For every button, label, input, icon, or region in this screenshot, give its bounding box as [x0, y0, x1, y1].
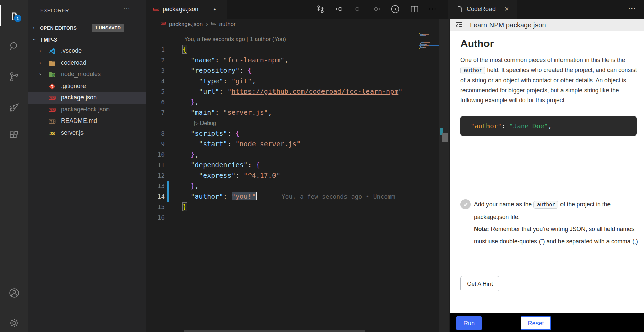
code-line[interactable]: 6 }, — [146, 97, 419, 107]
reset-button[interactable]: Reset — [521, 316, 551, 330]
code-line[interactable]: 7 "main": "server.js", — [146, 107, 419, 118]
tree-item--vscode[interactable]: ›.vscode — [28, 45, 146, 57]
minimap-line — [419, 40, 428, 40]
minimap-line — [419, 48, 420, 49]
code-token — [183, 98, 191, 106]
get-hint-button[interactable]: Get A Hint — [460, 276, 499, 291]
scrollbar-thumb[interactable] — [442, 133, 448, 142]
minimap-token — [424, 38, 424, 38]
step-description: One of the most common pieces of informa… — [460, 55, 642, 106]
tab-coderoad[interactable]: CodeRoad ✕ — [450, 0, 517, 19]
source-control-icon[interactable] — [7, 69, 22, 84]
code-line[interactable]: 13 }, — [146, 181, 419, 191]
code-line[interactable]: 11 "dependencies": { — [146, 160, 419, 170]
code-line[interactable]: 15} — [146, 202, 419, 212]
coderoad-action-bar: Run Reset — [450, 313, 644, 332]
panel-more-actions-icon[interactable]: ⋯ — [628, 4, 636, 13]
minimap-token — [420, 35, 425, 36]
code-line[interactable]: 2 "name": "fcc-learn-npm", — [146, 55, 419, 65]
code-token — [183, 150, 191, 158]
code-line-text: }, — [183, 181, 199, 191]
inline-code-chip: author — [533, 201, 558, 209]
code-token — [183, 182, 191, 190]
minimap-token — [421, 42, 424, 43]
code-token: "server.js" — [223, 108, 268, 116]
sidebar-more-actions-icon[interactable]: ⋯ — [123, 5, 130, 13]
code-line-text: "type": "git", — [183, 76, 256, 86]
code-token: , — [252, 77, 256, 85]
code-token: "Jane Doe" — [509, 122, 548, 130]
code-token: : — [223, 192, 231, 200]
code-line[interactable]: 14 "author": "you!"You, a few seconds ag… — [146, 191, 419, 202]
line-number: 1 — [146, 44, 165, 55]
minimap-line — [419, 42, 430, 43]
code-line[interactable]: 10 }, — [146, 149, 419, 160]
workspace-root-row[interactable]: ⌄ TMP-3 — [28, 34, 146, 45]
tree-item-README-md[interactable]: README.md — [28, 115, 146, 127]
code-line[interactable]: 12 "express": "^4.17.0" — [146, 170, 419, 181]
tree-item-coderoad[interactable]: ›coderoad — [28, 57, 146, 69]
minimap-line — [419, 41, 425, 41]
code-token: { — [256, 161, 260, 169]
editor-horizontal-scrollbar[interactable] — [184, 330, 365, 332]
code-token: "node server.js" — [236, 140, 301, 148]
code-line[interactable]: 5 "url": "https://github.com/coderoad/fc… — [146, 86, 419, 97]
code-editor[interactable]: 1{2 "name": "fcc-learn-npm",3 "repositor… — [146, 0, 448, 332]
code-token: : — [227, 140, 235, 148]
svg-text:npm: npm — [50, 109, 55, 111]
minimap-token — [426, 37, 426, 37]
code-token: , — [284, 56, 288, 64]
tree-item-node-modules[interactable]: ›JSnode_modules — [28, 69, 146, 80]
coderoad-panel: CodeRoad ✕ ⋯ Learn NPM package json Auth… — [450, 0, 644, 332]
tree-item-package-lock-json[interactable]: npmpackage-lock.json — [28, 104, 146, 115]
folder-icon — [48, 59, 56, 67]
code-token: { — [248, 66, 252, 74]
tree-item-label: .gitignore — [61, 83, 86, 90]
chevron-right-icon: › — [39, 48, 44, 53]
code-token — [183, 56, 191, 64]
run-button[interactable]: Run — [456, 316, 482, 330]
tree-item-package-json[interactable]: npmpackage.json — [28, 92, 146, 104]
chevron-right-icon: › — [39, 60, 44, 65]
code-token: , — [268, 108, 272, 116]
extensions-icon[interactable] — [7, 128, 22, 143]
line-number: 10 — [146, 149, 165, 160]
minimap-token — [435, 44, 435, 44]
svg-text:npm: npm — [50, 97, 55, 99]
tree-item--gitignore[interactable]: .gitignore — [28, 81, 146, 92]
npm-icon: npm — [48, 94, 56, 102]
minimap-line — [419, 34, 429, 35]
close-icon[interactable]: ✕ — [504, 0, 509, 19]
code-line-text: "repository": { — [183, 65, 252, 76]
collapse-menu-icon[interactable] — [455, 21, 463, 29]
settings-gear-icon[interactable] — [7, 315, 22, 330]
run-debug-icon[interactable] — [7, 100, 22, 115]
minimap[interactable] — [419, 31, 439, 82]
code-token: "type" — [199, 77, 223, 85]
code-token: { — [182, 45, 187, 54]
search-icon[interactable] — [7, 39, 22, 54]
url-link[interactable]: https://github.com/coderoad/fcc-learn-np… — [232, 87, 399, 95]
example-code-block: "author": "Jane Doe", — [460, 116, 637, 136]
line-number: 6 — [146, 97, 165, 107]
code-line[interactable]: 16 — [146, 212, 419, 223]
account-icon[interactable] — [7, 286, 22, 301]
open-editors-header[interactable]: › OPEN EDITORS — [28, 22, 146, 34]
minimap-token — [420, 46, 421, 47]
code-line[interactable]: 3 "repository": { — [146, 65, 419, 76]
minimap-token — [420, 44, 425, 45]
npm-icon: npm — [48, 106, 56, 114]
code-token — [183, 129, 191, 137]
code-line[interactable]: 1{ — [146, 44, 419, 55]
code-token: "main" — [191, 108, 215, 116]
tree-item-server-js[interactable]: JSserver.js — [28, 127, 146, 139]
code-token: "repository" — [191, 66, 240, 74]
code-token: , — [195, 182, 199, 190]
code-token: } — [182, 202, 187, 211]
code-line[interactable]: 9 "start": "node server.js" — [146, 139, 419, 149]
minimap-token — [420, 40, 422, 40]
code-line[interactable]: 8 "scripts": { — [146, 128, 419, 139]
code-token — [183, 108, 191, 116]
editor-vertical-scrollbar[interactable] — [439, 19, 449, 332]
code-line[interactable]: 4 "type": "git", — [146, 76, 419, 86]
